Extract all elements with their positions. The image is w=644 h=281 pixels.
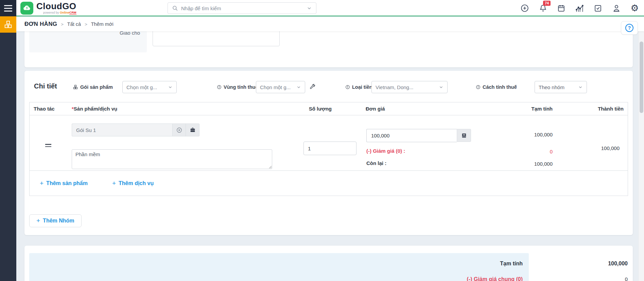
tax-mode-label: Cách tính thuế: [476, 84, 517, 90]
row-remaining-label: Còn lại :: [366, 160, 386, 166]
add-links-row: + Thêm sản phẩm + Thêm dịch vụ: [30, 170, 628, 196]
summary-subtotal-label: Tạm tính: [500, 261, 523, 267]
add-service-label: Thêm dịch vụ: [119, 180, 154, 186]
question-mark-icon: ?: [625, 24, 633, 32]
order-form-card: Giao cho: [24, 31, 633, 67]
hamburger-menu-icon[interactable]: [0, 0, 16, 16]
section-title: Chi tiết: [34, 82, 57, 90]
vertical-scrollbar[interactable]: [638, 31, 644, 281]
add-group-label: Thêm Nhóm: [43, 218, 74, 224]
currency-select[interactable]: Vietnam, Dong...: [371, 81, 448, 93]
plus-icon: +: [36, 217, 40, 225]
price-book-button[interactable]: [457, 129, 471, 142]
calendar-icon[interactable]: [557, 4, 566, 13]
row-discount-value: 0: [550, 149, 553, 154]
col-unit-price: Đơn giá: [366, 106, 385, 112]
summary-discount-value: 0: [625, 276, 628, 281]
stacked-boxes-icon: [3, 20, 13, 29]
totals-card: Tạm tính (-) Giảm giá chung (0) 100,000 …: [24, 246, 633, 281]
line-items-card: Chi tiết Gói sản phẩm Chọn một g...: [24, 71, 633, 235]
add-service-link[interactable]: + Thêm dịch vụ: [112, 180, 154, 187]
powered-by-text: powered by: [43, 11, 59, 14]
package-cube-icon: [73, 84, 78, 90]
tax-mode-select[interactable]: Theo nhóm: [535, 81, 587, 93]
tax-mode-label-text: Cách tính thuế: [483, 84, 517, 90]
currency-label: Loại tiền: [345, 84, 372, 90]
col-product: *Sản phẩm/dịch vụ: [72, 106, 117, 112]
brand-name: CloudGO: [36, 2, 76, 11]
user-profile-icon[interactable]: [612, 4, 621, 13]
clear-product-button[interactable]: [172, 123, 186, 136]
powered-brand-online: Online: [60, 11, 69, 14]
summary-discount-label[interactable]: (-) Giảm giá chung (0): [467, 276, 523, 281]
quantity-input[interactable]: [303, 142, 356, 155]
info-icon: [217, 85, 222, 89]
product-name-input[interactable]: [72, 123, 172, 136]
briefcase-icon: [190, 127, 196, 133]
plus-icon: +: [112, 180, 116, 187]
main-content: Giao cho Chi tiết Gói sản phẩm Chọn một …: [16, 31, 638, 281]
table-header-row: Thao tác *Sản phẩm/dịch vụ Số lượng Đơn …: [30, 102, 628, 115]
row-subtotal-value: 100,000: [534, 132, 553, 137]
quick-create-button[interactable]: [520, 4, 529, 13]
product-description-textarea[interactable]: Phần mềm: [72, 149, 272, 169]
app-logo[interactable]: CloudGO powered by OnlineCRM: [20, 2, 76, 15]
col-quantity: Số lượng: [309, 106, 332, 112]
search-icon: [172, 5, 178, 11]
scrollbar-thumb[interactable]: [640, 42, 643, 113]
tax-region-label-text: Vùng tính thuế: [224, 84, 258, 90]
unit-price-input[interactable]: [366, 129, 457, 142]
add-product-label: Thêm sản phẩm: [46, 180, 88, 186]
package-label-text: Gói sản phẩm: [80, 84, 113, 90]
add-group-button[interactable]: + Thêm Nhóm: [29, 214, 82, 227]
currency-label-text: Loại tiền: [352, 84, 372, 90]
row-discount-label[interactable]: (-) Giảm giá (0) :: [366, 148, 405, 154]
tax-region-select-value: Chọn một g...: [260, 84, 291, 90]
breadcrumb-item-new[interactable]: Thêm mới: [91, 21, 114, 27]
col-action: Thao tác: [34, 106, 55, 112]
assigned-to-label: Giao cho: [120, 31, 140, 36]
assigned-to-input[interactable]: [153, 31, 280, 46]
price-book-icon: [461, 133, 467, 138]
add-product-link[interactable]: + Thêm sản phẩm: [40, 180, 88, 187]
chevron-down-icon: [439, 85, 443, 89]
settings-gear-icon[interactable]: ⚙: [630, 4, 639, 13]
notifications-bell-icon[interactable]: 74: [538, 4, 547, 13]
table-row: Phần mềm: [30, 115, 628, 170]
breadcrumb-module[interactable]: ĐƠN HÀNG: [24, 21, 57, 28]
tax-region-select[interactable]: Chọn một g...: [256, 81, 305, 93]
row-line-total: 100,000: [601, 145, 620, 151]
top-bar: CloudGO powered by OnlineCRM: [16, 0, 644, 16]
col-subtotal: Tạm tính: [532, 106, 553, 112]
tasks-checkbox-icon[interactable]: [593, 4, 603, 13]
chevron-down-icon: [168, 85, 173, 89]
sidebar-item-products[interactable]: [0, 16, 16, 33]
chevron-down-icon: [296, 85, 301, 89]
breadcrumb: ĐƠN HÀNG > Tất cả > Thêm mới: [16, 17, 644, 31]
help-button[interactable]: ?: [621, 21, 638, 35]
line-items-table: Thao tác *Sản phẩm/dịch vụ Số lượng Đơn …: [29, 102, 628, 196]
summary-subtotal-value: 100,000: [608, 261, 628, 267]
currency-select-value: Vietnam, Dong...: [376, 84, 413, 90]
package-select[interactable]: Chọn một g...: [122, 81, 177, 93]
row-remaining-value: 100,000: [534, 161, 553, 167]
search-input[interactable]: [181, 5, 303, 11]
col-total: Thành tiền: [598, 106, 624, 112]
global-search[interactable]: [168, 2, 316, 14]
analytics-chart-icon[interactable]: [575, 4, 584, 13]
info-icon: [476, 85, 481, 89]
chevron-down-icon[interactable]: [307, 5, 312, 11]
tax-region-label: Vùng tính thuế: [217, 84, 258, 90]
breadcrumb-item-all[interactable]: Tất cả: [67, 21, 81, 27]
left-sidebar: [0, 0, 16, 281]
breadcrumb-separator: >: [61, 22, 64, 27]
notification-count-badge: 74: [543, 1, 551, 6]
select-product-button[interactable]: [186, 123, 199, 136]
tax-mode-select-value: Theo nhóm: [539, 84, 564, 90]
tax-settings-wrench-icon[interactable]: [309, 84, 316, 90]
powered-by-line: powered by OnlineCRM: [36, 11, 76, 14]
package-select-value: Chọn một g...: [126, 84, 157, 90]
drag-handle[interactable]: [45, 144, 51, 148]
gear-glyph: ⚙: [630, 4, 639, 13]
breadcrumb-separator: >: [85, 22, 87, 27]
